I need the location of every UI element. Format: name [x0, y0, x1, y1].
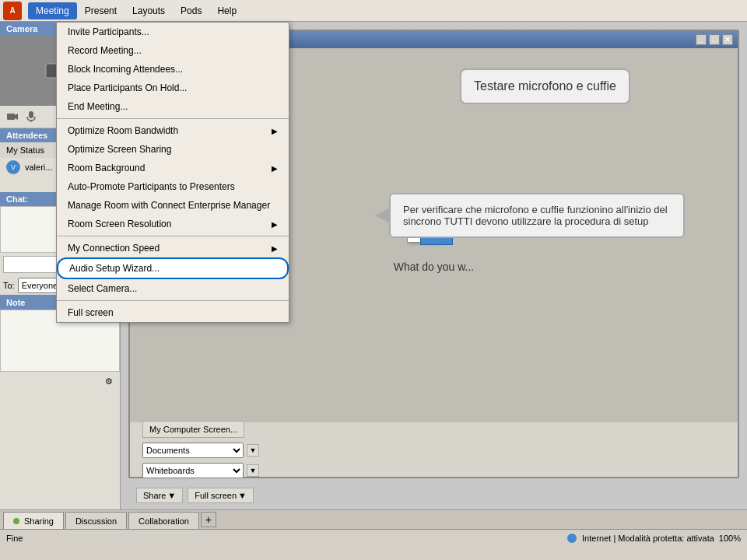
- svg-marker-3: [15, 114, 18, 120]
- statusbar-left: Fine: [6, 534, 23, 543]
- my-status-label: My Status: [6, 145, 44, 155]
- menu-help[interactable]: Help: [209, 2, 244, 19]
- maximize-btn[interactable]: □: [709, 34, 720, 45]
- tab-sharing-label: Sharing: [24, 516, 54, 526]
- dropdown-record[interactable]: Record Meeting...: [57, 41, 289, 60]
- note-footer: ⚙: [0, 372, 120, 390]
- my-computer-btn[interactable]: My Computer Screen...: [142, 421, 244, 438]
- to-label: To:: [3, 281, 15, 290]
- tab-collaboration[interactable]: Collaboration: [128, 512, 199, 529]
- tooltip-verificare: Per verificare che microfono e cuffie fu…: [389, 193, 685, 238]
- bottom-bar: Sharing Discussion Collaboration + Fine …: [0, 509, 747, 560]
- dropdown-bandwidth[interactable]: Optimize Room Bandwidth ▶: [57, 121, 289, 140]
- dropdown-room-bg[interactable]: Room Background ▶: [57, 159, 289, 177]
- dropdown-block[interactable]: Block Incoming Attendees...: [57, 60, 289, 79]
- tooltip-microfono: Testare microfono e cuffie: [460, 68, 630, 104]
- sep-2: [57, 236, 289, 236]
- fullscreen-button[interactable]: Full screen ▼: [188, 488, 254, 503]
- share-bottom-controls: My Computer Screen... Documents ▼ Whiteb…: [130, 422, 738, 477]
- share-action-buttons: Share ▼ Full screen ▼: [136, 488, 254, 503]
- documents-wrap: Documents ▼: [142, 443, 259, 458]
- dropdown-screen-sharing[interactable]: Optimize Screen Sharing: [57, 140, 289, 159]
- documents-select[interactable]: Documents: [142, 443, 244, 458]
- sep-1: [57, 118, 289, 119]
- whiteboards-row: Whiteboards ▼: [142, 463, 725, 478]
- attendees-label: Attendees: [6, 131, 47, 140]
- tab-discussion[interactable]: Discussion: [65, 512, 127, 529]
- minimize-btn[interactable]: _: [696, 34, 707, 45]
- window-controls: _ □ ✕: [696, 34, 733, 45]
- dropdown-audio-setup[interactable]: Audio Setup Wizard...: [57, 257, 289, 279]
- svg-rect-2: [7, 114, 15, 120]
- arrow-right-icon: ▶: [272, 127, 278, 135]
- dropdown-manage-room[interactable]: Manage Room with Connect Enterprise Mana…: [57, 196, 289, 215]
- whiteboards-select[interactable]: Whiteboards: [142, 463, 244, 478]
- app-icon: A: [3, 2, 22, 20]
- whiteboards-arrow[interactable]: ▼: [247, 464, 259, 477]
- arrow-right-icon4: ▶: [272, 244, 278, 253]
- dropdown-connection-speed[interactable]: My Connection Speed ▶: [57, 239, 289, 257]
- fullscreen-dropdown-arrow: ▼: [238, 491, 247, 500]
- dropdown-select-camera[interactable]: Select Camera...: [57, 279, 289, 298]
- tab-discussion-label: Discussion: [75, 516, 117, 526]
- statusbar-right: Internet | Modalità protetta: attivata 1…: [566, 533, 741, 544]
- arrow-right-icon2: ▶: [272, 164, 278, 173]
- svg-point-6: [567, 534, 577, 543]
- tab-collaboration-label: Collaboration: [139, 516, 189, 526]
- my-computer-row: My Computer Screen...: [142, 421, 725, 438]
- note-settings-btn[interactable]: ⚙: [101, 373, 117, 389]
- menu-meeting[interactable]: Meeting: [28, 2, 77, 19]
- note-label: Note: [6, 298, 25, 307]
- menu-layouts[interactable]: Layouts: [124, 2, 173, 19]
- documents-arrow[interactable]: ▼: [247, 444, 259, 457]
- dropdown-auto-promote[interactable]: Auto-Promote Participants to Presenters: [57, 177, 289, 196]
- documents-row: Documents ▼: [142, 443, 725, 458]
- share-question-text: What do you w...: [394, 261, 475, 273]
- menu-pods[interactable]: Pods: [173, 2, 209, 19]
- statusbar-zoom: 100%: [719, 534, 741, 543]
- dropdown-resolution[interactable]: Room Screen Resolution ▶: [57, 215, 289, 233]
- attendee-name: valeri...: [25, 163, 52, 172]
- tooltip-arrow-left: [375, 208, 391, 223]
- close-btn[interactable]: ✕: [722, 34, 733, 45]
- microphone-btn[interactable]: [23, 109, 39, 124]
- app-window: A Meeting Present Layouts Pods Help Invi…: [0, 0, 747, 560]
- statusbar-status: Internet | Modalità protetta: attivata: [582, 534, 714, 543]
- avatar: V: [6, 160, 20, 174]
- shield-icon: [566, 533, 577, 544]
- camera-toggle-btn[interactable]: [5, 109, 20, 124]
- menubar: A Meeting Present Layouts Pods Help: [0, 0, 747, 22]
- share-button[interactable]: Share ▼: [136, 488, 183, 503]
- sep-3: [57, 300, 289, 301]
- meeting-dropdown: Invite Participants... Record Meeting...…: [56, 22, 289, 323]
- dropdown-invite[interactable]: Invite Participants...: [57, 23, 289, 41]
- tab-sharing[interactable]: Sharing: [3, 512, 64, 529]
- whiteboards-wrap: Whiteboards ▼: [142, 463, 259, 478]
- arrow-right-icon3: ▶: [272, 220, 278, 229]
- dropdown-full-screen[interactable]: Full screen: [57, 303, 289, 322]
- share-dropdown-arrow: ▼: [167, 491, 176, 500]
- tab-add-button[interactable]: +: [201, 512, 216, 527]
- dropdown-end[interactable]: End Meeting...: [57, 97, 289, 116]
- tabs-bar: Sharing Discussion Collaboration +: [0, 510, 747, 530]
- tab-dot-sharing: [13, 518, 19, 524]
- statusbar: Fine Internet | Modalità protetta: attiv…: [0, 530, 747, 547]
- dropdown-hold[interactable]: Place Participants On Hold...: [57, 79, 289, 97]
- menu-present[interactable]: Present: [77, 2, 124, 19]
- svg-rect-4: [29, 111, 33, 118]
- chat-label: Chat:: [6, 194, 28, 204]
